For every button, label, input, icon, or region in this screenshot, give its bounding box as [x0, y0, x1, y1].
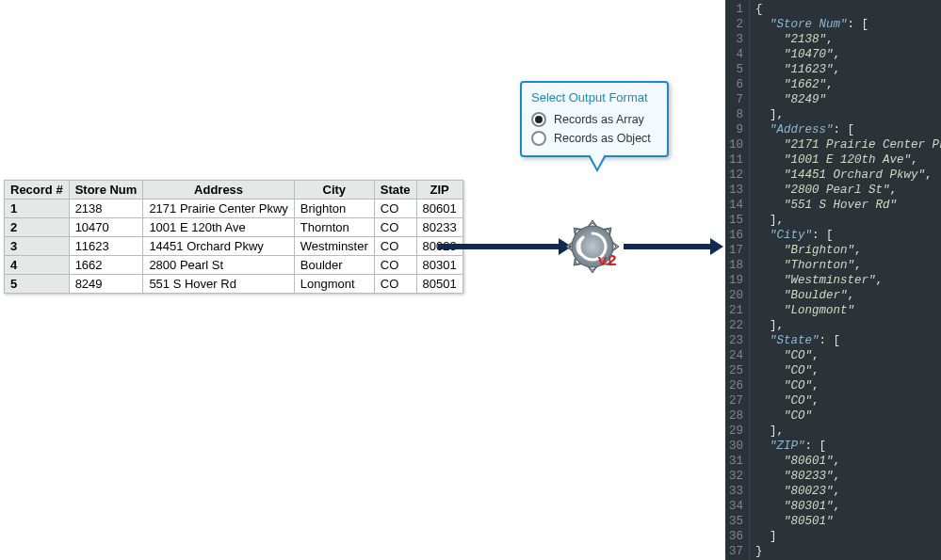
- line-number: 10: [729, 137, 743, 152]
- table-cell: 3: [5, 237, 70, 256]
- code-line: "8249": [755, 92, 941, 107]
- code-line: "14451 Orchard Pkwy",: [755, 168, 941, 183]
- column-header: Address: [143, 181, 294, 200]
- transform-tool-icon[interactable]: v2: [563, 217, 622, 276]
- table-row: 416622800 Pearl StBoulderCO80301: [5, 256, 463, 275]
- code-line: ],: [755, 318, 941, 333]
- code-line: "Address": [: [755, 122, 941, 137]
- code-line: ],: [755, 107, 941, 122]
- code-line: "Boulder",: [755, 288, 941, 303]
- table-cell: 551 S Hover Rd: [143, 275, 294, 294]
- code-line: "CO",: [755, 348, 941, 363]
- line-number: 28: [729, 408, 743, 424]
- table-cell: 8249: [69, 275, 143, 294]
- code-line: "2171 Prairie Center Pkwy",: [755, 137, 941, 152]
- table-cell: 80233: [416, 218, 462, 237]
- code-line: ],: [755, 213, 941, 228]
- code-content: { "Store Num": [ "2138", "10470", "11623…: [750, 0, 941, 560]
- code-line: "2800 Pearl St",: [755, 183, 941, 198]
- line-number: 9: [729, 122, 743, 137]
- line-number: 26: [729, 378, 743, 393]
- table-cell: 1662: [69, 256, 143, 275]
- line-number: 13: [729, 183, 743, 198]
- line-number: 6: [729, 77, 743, 92]
- line-number: 11: [729, 152, 743, 168]
- code-line: "80301",: [755, 499, 941, 514]
- output-format-option[interactable]: Records as Array: [531, 112, 657, 127]
- line-number: 5: [729, 62, 743, 77]
- line-number: 8: [729, 107, 743, 122]
- table-cell: 5: [5, 275, 70, 294]
- table-cell: 2800 Pearl St: [143, 256, 294, 275]
- output-format-option[interactable]: Records as Object: [531, 131, 657, 146]
- option-label: Records as Array: [554, 113, 644, 126]
- table-cell: 1001 E 120th Ave: [143, 218, 294, 237]
- code-line: "State": [: [755, 333, 941, 348]
- code-line: "11623",: [755, 62, 941, 77]
- code-line: "CO",: [755, 363, 941, 378]
- column-header: City: [294, 181, 374, 200]
- code-line: "CO",: [755, 378, 941, 393]
- line-number: 24: [729, 348, 743, 363]
- code-line: "80233",: [755, 469, 941, 484]
- line-number: 19: [729, 273, 743, 288]
- table-header: Record #Store NumAddressCityStateZIP: [5, 181, 463, 200]
- line-number: 16: [729, 228, 743, 243]
- line-number: 35: [729, 514, 743, 529]
- code-line: {: [755, 2, 941, 17]
- code-line: "Brighton",: [755, 243, 941, 258]
- line-number: 14: [729, 198, 743, 213]
- code-line: "80501": [755, 514, 941, 529]
- table-cell: 1: [5, 200, 70, 218]
- code-line: "CO": [755, 408, 941, 424]
- tool-version-label: v2: [598, 252, 617, 270]
- column-header: Store Num: [69, 181, 143, 200]
- table-row: 2104701001 E 120th AveThorntonCO80233: [5, 218, 463, 237]
- code-line: "City": [: [755, 228, 941, 243]
- table-cell: CO: [374, 256, 416, 275]
- code-line: "1662",: [755, 77, 941, 92]
- line-number: 29: [729, 424, 743, 439]
- radio-icon[interactable]: [531, 112, 546, 127]
- line-number-gutter: 1234567891011121314151617181920212223242…: [725, 0, 750, 560]
- table-cell: Westminster: [294, 237, 374, 256]
- code-line: "Longmont": [755, 303, 941, 318]
- code-line: "10470",: [755, 47, 941, 62]
- table-cell: 11623: [69, 237, 143, 256]
- line-number: 17: [729, 243, 743, 258]
- line-number: 33: [729, 484, 743, 499]
- table-cell: Brighton: [294, 200, 374, 218]
- table-row: 121382171 Prairie Center PkwyBrightonCO8…: [5, 200, 463, 218]
- popup-title: Select Output Format: [531, 90, 657, 104]
- table-cell: CO: [374, 275, 416, 294]
- line-number: 22: [729, 318, 743, 333]
- column-header: ZIP: [416, 181, 462, 200]
- table-cell: 2171 Prairie Center Pkwy: [143, 200, 294, 218]
- code-line: "Store Num": [: [755, 17, 941, 32]
- code-line: "80601",: [755, 454, 941, 469]
- line-number: 30: [729, 439, 743, 454]
- output-format-popup: Select Output Format Records as ArrayRec…: [520, 81, 669, 157]
- code-line: ],: [755, 424, 941, 439]
- table-cell: 80501: [416, 275, 462, 294]
- code-line: ]: [755, 529, 941, 544]
- table-cell: 80301: [416, 256, 462, 275]
- line-number: 36: [729, 529, 743, 544]
- code-line: "Westminster",: [755, 273, 941, 288]
- line-number: 20: [729, 288, 743, 303]
- option-label: Records as Object: [554, 132, 651, 145]
- code-line: "1001 E 120th Ave",: [755, 152, 941, 168]
- code-line: "CO",: [755, 393, 941, 408]
- code-line: "ZIP": [: [755, 439, 941, 454]
- table-body: 121382171 Prairie Center PkwyBrightonCO8…: [5, 200, 463, 294]
- json-output-editor: 1234567891011121314151617181920212223242…: [725, 0, 941, 560]
- line-number: 3: [729, 32, 743, 47]
- code-line: "80023",: [755, 484, 941, 499]
- line-number: 4: [729, 47, 743, 62]
- radio-icon[interactable]: [531, 131, 546, 146]
- line-number: 18: [729, 258, 743, 273]
- code-line: "2138",: [755, 32, 941, 47]
- table-cell: Boulder: [294, 256, 374, 275]
- line-number: 1: [729, 2, 743, 17]
- table-row: 58249551 S Hover RdLongmontCO80501: [5, 275, 463, 294]
